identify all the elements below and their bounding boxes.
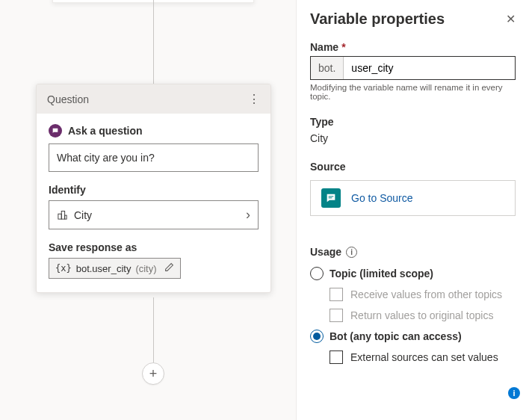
source-icon	[321, 188, 341, 208]
receive-values-label: Receive values from other topics	[350, 288, 502, 300]
identify-label: Identify	[49, 184, 259, 196]
connector-line	[153, 0, 154, 84]
node-header: Question ⋮	[37, 84, 270, 114]
add-node-button[interactable]: +	[142, 362, 164, 385]
close-icon[interactable]: ✕	[506, 12, 516, 26]
panel-title: Variable properties	[310, 10, 445, 28]
chevron-right-icon: ›	[246, 207, 250, 223]
info-icon[interactable]: i	[346, 247, 357, 258]
question-icon	[49, 124, 62, 138]
more-icon[interactable]: ⋮	[248, 92, 260, 106]
receive-values-checkbox: Receive values from other topics	[330, 288, 516, 301]
return-values-checkbox: Return values to original topics	[330, 309, 516, 322]
external-sources-label: External sources can set values	[350, 351, 498, 363]
pencil-icon[interactable]	[164, 262, 174, 274]
usage-topic-radio[interactable]: Topic (limited scope)	[310, 267, 516, 280]
name-field[interactable]: bot.	[310, 56, 516, 80]
info-badge-icon[interactable]: i	[508, 387, 520, 399]
svg-rect-2	[65, 215, 67, 219]
source-label: Source	[310, 161, 516, 173]
return-values-label: Return values to original topics	[350, 309, 493, 321]
svg-rect-4	[329, 197, 332, 198]
radio-icon	[310, 267, 324, 280]
checkbox-icon	[330, 350, 343, 364]
identify-select[interactable]: City ›	[49, 200, 259, 229]
go-to-source-link: Go to Source	[351, 192, 413, 204]
name-input[interactable]	[344, 57, 515, 79]
identify-value: City	[74, 209, 92, 221]
connector-line	[153, 297, 154, 372]
go-to-source-button[interactable]: Go to Source	[310, 180, 516, 216]
ask-question-label: Ask a question	[49, 124, 259, 138]
authoring-canvas: + Question ⋮ Ask a question Identify Cit…	[0, 0, 296, 420]
name-prefix: bot.	[311, 57, 344, 79]
external-sources-checkbox[interactable]: External sources can set values	[330, 350, 516, 364]
radio-icon	[310, 330, 324, 343]
node-title: Question	[47, 93, 89, 105]
checkbox-icon	[330, 309, 343, 322]
save-response-label: Save response as	[49, 241, 259, 253]
radio-bot-label: Bot (any topic can access)	[330, 330, 462, 342]
name-label: Name*	[310, 41, 516, 53]
name-helper-text: Modifying the variable name will rename …	[310, 83, 516, 101]
ask-question-text: Ask a question	[68, 125, 143, 137]
variable-chip[interactable]: {x} bot.user_city (city)	[49, 258, 181, 279]
question-node[interactable]: Question ⋮ Ask a question Identify City …	[36, 84, 271, 293]
variable-type: (city)	[135, 263, 156, 274]
svg-rect-0	[58, 214, 61, 219]
checkbox-icon	[330, 288, 343, 301]
variable-brace-icon: {x}	[55, 263, 72, 274]
usage-label: Usage i	[310, 246, 516, 258]
usage-bot-radio[interactable]: Bot (any topic can access)	[310, 330, 516, 343]
question-input[interactable]	[49, 143, 259, 172]
radio-topic-label: Topic (limited scope)	[330, 268, 433, 280]
type-label: Type	[310, 116, 516, 128]
entity-icon	[57, 209, 68, 220]
svg-rect-1	[61, 211, 64, 220]
variable-properties-panel: Variable properties ✕ Name* bot. Modifyi…	[296, 0, 529, 420]
svg-rect-3	[329, 196, 334, 197]
variable-name: bot.user_city	[76, 263, 132, 274]
type-value: City	[310, 132, 516, 144]
